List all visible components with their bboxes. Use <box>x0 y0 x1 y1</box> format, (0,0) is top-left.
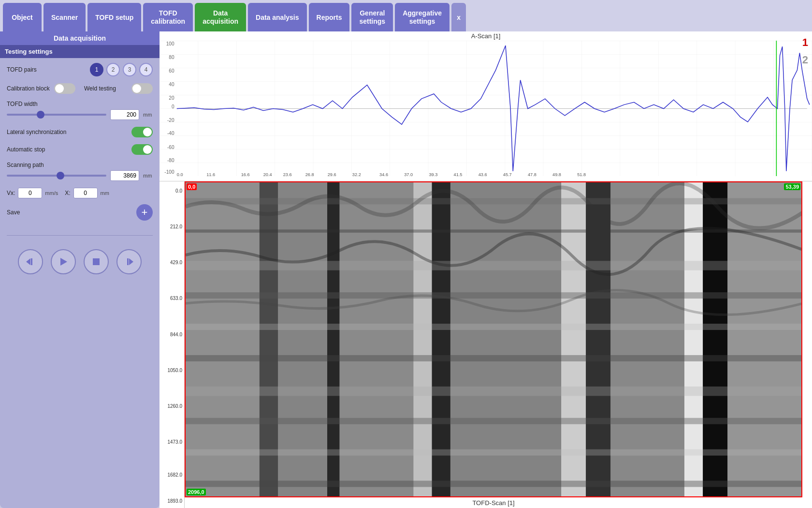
nav-tofd-calibration[interactable]: TOFD calibration <box>143 3 193 31</box>
tofd-title: TOFD-Scan [1] <box>185 497 802 508</box>
nav-aggregative-settings[interactable]: Aggregative settings <box>395 3 450 31</box>
side-label-1[interactable]: 1 <box>802 36 808 49</box>
pair-circle-2[interactable]: 2 <box>106 63 120 76</box>
left-panel-subtitle: Testing settings <box>0 45 160 58</box>
play-icon <box>58 256 69 267</box>
y-label-1260: 1260.0 <box>160 403 184 409</box>
coord-top-left: 0,0 <box>187 183 197 190</box>
vx-label: Vx: <box>7 190 15 196</box>
x-input[interactable] <box>73 188 98 198</box>
nav-close[interactable]: x <box>451 3 466 31</box>
skip-forward-button[interactable] <box>116 249 142 274</box>
svg-text:0.0: 0.0 <box>177 172 183 176</box>
side-label-2[interactable]: 2 <box>802 54 808 66</box>
svg-marker-4 <box>129 258 133 265</box>
pair-circle-1[interactable]: 1 <box>90 63 103 76</box>
nav-object[interactable]: Object <box>3 3 42 31</box>
ascan-container: A-Scan [1] 100 80 60 40 20 0 -20 -40 <box>160 31 812 181</box>
tofd-pairs-row: TOFD pairs 1 2 3 4 <box>7 63 153 76</box>
svg-text:-60: -60 <box>167 145 174 150</box>
nav-data-acquisition[interactable]: Data acquisition <box>195 3 246 31</box>
y-label-633: 633.0 <box>160 296 184 301</box>
svg-rect-3 <box>93 258 100 265</box>
main-content: Data acquisition Testing settings TOFD p… <box>0 31 812 508</box>
nav-data-analysis[interactable]: Data analysis <box>248 3 307 31</box>
scanning-path-thumb[interactable] <box>57 172 64 179</box>
svg-text:-40: -40 <box>167 131 174 136</box>
tofd-svg <box>186 182 801 496</box>
svg-text:49.8: 49.8 <box>552 172 561 176</box>
nav-tofd-setup[interactable]: TOFD setup <box>87 3 141 31</box>
skip-forward-icon <box>124 256 134 267</box>
ascan-svg: 100 80 60 40 20 0 -20 -40 -60 -80 -100 0… <box>160 41 812 176</box>
calibration-block-toggle[interactable] <box>54 83 75 94</box>
vx-x-row: Vx: mm/s X: mm <box>7 188 153 198</box>
save-plus-button[interactable]: + <box>136 204 153 221</box>
nav-general-settings[interactable]: General settings <box>351 3 393 31</box>
weld-toggle-knob <box>132 84 141 93</box>
coord-bottom-left: 2096,0 <box>187 489 206 495</box>
skip-back-icon <box>25 256 36 267</box>
lateral-sync-toggle[interactable] <box>131 127 153 137</box>
scanning-path-input[interactable] <box>110 170 139 181</box>
auto-stop-knob <box>143 145 152 154</box>
weld-testing-toggle[interactable] <box>131 83 153 94</box>
svg-text:80: 80 <box>169 55 174 60</box>
pair-circles: 1 2 3 4 <box>90 63 153 76</box>
svg-rect-57 <box>186 292 801 299</box>
svg-text:37.0: 37.0 <box>404 172 413 176</box>
skip-back-button[interactable] <box>18 249 43 274</box>
scanning-path-unit: mm <box>143 173 153 179</box>
tofd-width-slider-row: mm <box>7 109 153 120</box>
stop-button[interactable] <box>84 249 109 274</box>
scanning-path-slider-container <box>7 175 106 177</box>
tofd-width-input[interactable] <box>110 109 139 120</box>
right-panel: 1 2 A-Scan [1] 100 80 60 40 20 <box>160 31 812 508</box>
svg-text:20.4: 20.4 <box>263 172 272 176</box>
coord-top-right: 53,39 <box>784 183 800 190</box>
pair-circle-3[interactable]: 3 <box>123 63 136 76</box>
weld-testing-label: Weld testing <box>84 85 128 92</box>
svg-text:51.8: 51.8 <box>577 172 586 176</box>
svg-text:11.6: 11.6 <box>206 172 215 176</box>
nav-bar: Object Scanner TOFD setup TOFD calibrati… <box>0 0 812 31</box>
svg-rect-55 <box>186 229 801 232</box>
pair-circle-4[interactable]: 4 <box>139 63 153 76</box>
svg-text:43.6: 43.6 <box>478 172 487 176</box>
left-panel-title: Data acquisition <box>0 31 160 45</box>
calibration-weld-row: Calibration block Weld testing <box>7 83 153 94</box>
calibration-block-label: Calibration block <box>7 85 50 92</box>
calibration-toggle-knob <box>55 84 64 93</box>
svg-marker-0 <box>26 258 30 265</box>
auto-stop-toggle[interactable] <box>131 144 153 155</box>
y-label-1893: 1893.0 <box>160 498 184 504</box>
nav-scanner[interactable]: Scanner <box>44 3 86 31</box>
svg-rect-5 <box>127 258 129 265</box>
svg-text:41.5: 41.5 <box>454 172 463 176</box>
play-button[interactable] <box>51 249 76 274</box>
svg-text:29.6: 29.6 <box>328 172 336 176</box>
svg-rect-59 <box>186 355 801 361</box>
x-unit: mm <box>101 190 110 196</box>
tofd-width-row: TOFD width <box>7 101 153 107</box>
svg-text:32.2: 32.2 <box>352 172 361 176</box>
svg-rect-1 <box>31 258 32 265</box>
svg-text:34.6: 34.6 <box>379 172 388 176</box>
svg-text:-80: -80 <box>167 158 174 164</box>
tofd-width-track <box>7 114 106 116</box>
svg-text:60: 60 <box>169 68 174 74</box>
nav-reports[interactable]: Reports <box>309 3 350 31</box>
stop-icon <box>91 256 102 267</box>
scanning-path-track <box>7 175 106 177</box>
svg-rect-62 <box>186 449 801 456</box>
svg-text:40: 40 <box>169 82 174 87</box>
tofd-width-label: TOFD width <box>7 101 153 107</box>
svg-rect-63 <box>186 481 801 487</box>
svg-text:45.7: 45.7 <box>503 172 512 176</box>
tofd-width-thumb[interactable] <box>37 111 44 119</box>
scanning-path-label-row: Scanning path <box>7 162 153 168</box>
tofd-image-area: 0,0 53,39 2096,0 <box>185 181 802 497</box>
tofd-width-unit: mm <box>143 112 153 118</box>
y-label-1050: 1050.0 <box>160 368 184 373</box>
vx-input[interactable] <box>18 188 42 198</box>
